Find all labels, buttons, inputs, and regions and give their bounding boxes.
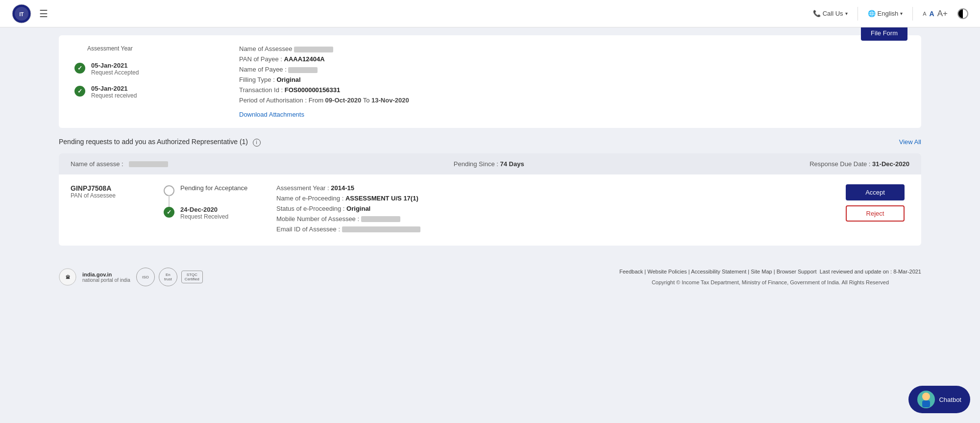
india-gov-info: india.gov.in national portal of india: [82, 272, 130, 283]
chatbot-button[interactable]: Chatbot: [908, 386, 970, 413]
received-check-icon: [164, 207, 174, 218]
footer-right: Feedback | Website Policies | Accessibil…: [619, 267, 921, 287]
email-id-masked: [342, 226, 420, 232]
eproceeding-name-row: Name of e-Proceeding : ASSESSMENT U/S 17…: [276, 195, 831, 202]
mobile-number-label: Mobile Number of Assessee :: [276, 215, 359, 223]
name-of-assesse-col: Name of assesse :: [71, 160, 168, 168]
reject-button[interactable]: Reject: [846, 205, 905, 222]
pending-circle-icon: [164, 185, 174, 196]
name-of-assessee-row: Name of Assessee: [239, 45, 907, 52]
svg-rect-6: [922, 400, 930, 407]
name-of-assesse-masked: [129, 161, 168, 167]
website-policies-link[interactable]: Website Policies: [647, 269, 687, 274]
req-date: 24-Dec-2020: [180, 206, 228, 213]
footer: 🏛 india.gov.in national portal of india …: [0, 255, 980, 299]
navbar-left: IT ☰: [12, 4, 48, 24]
call-us-label: Call Us: [823, 10, 843, 17]
svg-point-5: [922, 393, 930, 400]
chatbot-label: Chatbot: [939, 396, 961, 403]
font-controls: A A A+: [923, 9, 948, 19]
pending-since-label: Pending Since :: [454, 160, 498, 168]
req-sublabel: Request Received: [180, 213, 228, 220]
footer-links: Feedback | Website Policies | Accessibil…: [619, 267, 921, 276]
name-of-payee-label: Name of Payee :: [239, 66, 287, 73]
assessment-year-detail-value: 2014-15: [331, 184, 354, 192]
assessment-year-detail-label: Assessment Year :: [276, 184, 329, 192]
period-label: Period of Authorisation :: [239, 97, 307, 104]
period-row: Period of Authorisation : From 09-Oct-20…: [239, 97, 907, 104]
font-large-button[interactable]: A+: [937, 9, 948, 19]
period-from: 09-Oct-2020: [325, 97, 362, 104]
response-due-date-value: 31-Dec-2020: [872, 160, 909, 168]
timeline-date-1: 05-Jan-2021: [91, 62, 139, 69]
period-to: 13-Nov-2020: [371, 97, 409, 104]
accept-button[interactable]: Accept: [846, 184, 905, 200]
pan-of-payee-row: PAN of Payee : AAAA12404A: [239, 55, 907, 63]
name-of-assessee-masked: [294, 47, 333, 52]
feedback-link[interactable]: Feedback: [619, 269, 643, 274]
india-gov-sub-label: national portal of india: [82, 277, 130, 283]
browser-support-link[interactable]: Browser Support: [777, 269, 817, 274]
filling-type-row: Filling Type : Original: [239, 76, 907, 83]
navbar: IT ☰ 📞 Call Us ▾ 🌐 English ▾ A A A+: [0, 0, 980, 27]
navbar-right: 📞 Call Us ▾ 🌐 English ▾ A A A+: [813, 7, 968, 21]
globe-icon: 🌐: [868, 10, 876, 17]
pan-label: PAN of Assessee: [71, 192, 149, 199]
language-button[interactable]: 🌐 English ▾: [868, 10, 903, 17]
site-map-link[interactable]: Site Map: [751, 269, 772, 274]
transaction-id-row: Transaction Id : FOS000000156331: [239, 86, 907, 94]
pan-of-payee-value: AAAA12404A: [284, 55, 325, 63]
transaction-id-value: FOS000000156331: [285, 86, 340, 94]
phone-icon: 📞: [813, 10, 821, 17]
top-card: File Form Assessment Year 05-Jan-2021 Re…: [59, 35, 921, 128]
req-timeline-item-1: Pending for Acceptance: [164, 184, 267, 196]
font-medium-button[interactable]: A: [930, 10, 934, 18]
pending-since-value: 74 Days: [500, 160, 524, 168]
timeline-item-2: 05-Jan-2021 Request received: [73, 85, 210, 99]
view-all-link[interactable]: View All: [899, 138, 921, 146]
transaction-id-label: Transaction Id :: [239, 86, 283, 94]
cert-badges: ISO Entrust STQCCertified: [136, 268, 203, 286]
timeline-date-2: 05-Jan-2021: [91, 85, 137, 92]
timeline-text-1: 05-Jan-2021 Request Accepted: [91, 62, 139, 76]
accessibility-link[interactable]: Accessibility Statement: [691, 269, 746, 274]
india-gov-label: india.gov.in: [82, 272, 130, 277]
assessment-details: Assessment Year : 2014-15 Name of e-Proc…: [276, 184, 831, 236]
iso-badge: ISO: [136, 268, 155, 286]
footer-inner: 🏛 india.gov.in national portal of india …: [59, 267, 921, 287]
call-us-button[interactable]: 📞 Call Us ▾: [813, 10, 848, 17]
timeline-check-icon-2: [74, 86, 85, 97]
filling-type-label: Filling Type :: [239, 76, 275, 83]
response-due-date-col: Response Due Date : 31-Dec-2020: [809, 160, 909, 168]
pending-card-body: GINPJ7508A PAN of Assessee Pending for A…: [59, 174, 921, 246]
mobile-number-masked: [361, 216, 400, 222]
email-id-label: Email ID of Assessee :: [276, 225, 340, 233]
pending-section-header: Pending requests to add you as Authorize…: [59, 138, 921, 147]
file-form-button[interactable]: File Form: [861, 25, 907, 41]
pan-section: GINPJ7508A PAN of Assessee: [71, 184, 149, 199]
svg-text:IT: IT: [20, 12, 24, 17]
entrust-badge: Entrust: [159, 268, 177, 286]
timeline-item-1: 05-Jan-2021 Request Accepted: [73, 62, 210, 76]
req-text-1: Pending for Acceptance: [180, 184, 247, 192]
font-small-button[interactable]: A: [923, 11, 926, 17]
contrast-toggle-button[interactable]: [957, 8, 968, 19]
req-timeline-item-2: 24-Dec-2020 Request Received: [164, 206, 267, 220]
footer-emblem-logo: 🏛: [59, 268, 76, 286]
timeline-text-2: 05-Jan-2021 Request received: [91, 85, 137, 99]
pan-number: GINPJ7508A: [71, 184, 149, 192]
assessment-year-label: Assessment Year: [73, 45, 210, 52]
timeline-status-2: Request received: [91, 92, 137, 99]
pending-section-title: Pending requests to add you as Authorize…: [59, 138, 248, 146]
pending-since-col: Pending Since : 74 Days: [454, 160, 524, 168]
hamburger-icon[interactable]: ☰: [39, 8, 48, 20]
emblem-logo: IT: [12, 4, 31, 24]
eproceeding-name-value: ASSESSMENT U/S 17(1): [345, 195, 418, 202]
info-icon[interactable]: i: [253, 139, 261, 147]
request-timeline: Pending for Acceptance 24-Dec-2020 Reque…: [159, 184, 267, 230]
divider-2: [912, 7, 913, 21]
pending-status-label: Pending for Acceptance: [180, 184, 247, 192]
last-reviewed-text: Last reviewed and update on : 8-Mar-2021: [820, 269, 921, 274]
name-of-payee-masked: [288, 67, 318, 73]
download-attachments-link[interactable]: Download Attachments: [239, 111, 304, 118]
